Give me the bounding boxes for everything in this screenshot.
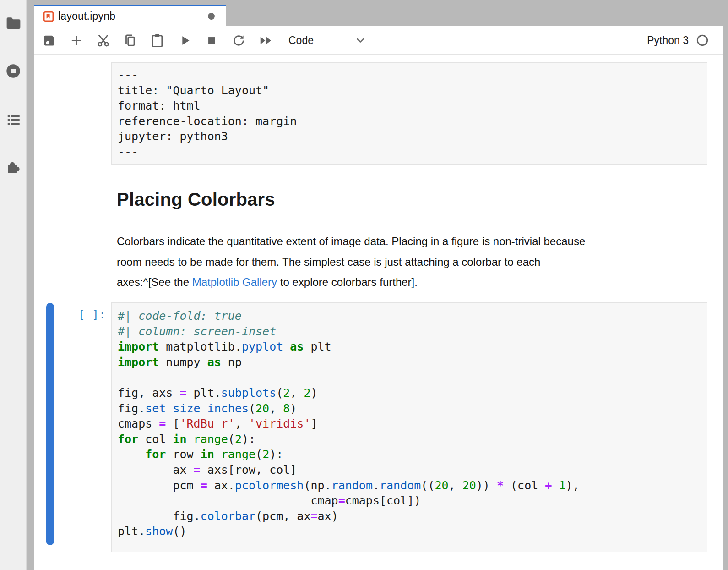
play-icon (179, 34, 191, 47)
main-panel: layout.ipynb (34, 0, 723, 570)
puzzle-icon (5, 159, 22, 175)
raw-cell[interactable]: ---title: "Quarto Layout"format: htmlref… (111, 62, 707, 165)
list-icon (6, 114, 21, 126)
kernel-status-icon[interactable] (696, 34, 709, 47)
raw-cell-content: ---title: "Quarto Layout"format: htmlref… (118, 67, 701, 160)
cell-input-prompt: [ ]: (34, 308, 106, 321)
folder-icon (6, 17, 21, 29)
paragraph-line: axes:^[See the Matplotlib Gallery to exp… (117, 272, 585, 293)
sidebar-item-file-browser[interactable] (0, 9, 27, 37)
sidebar-item-extensions[interactable] (0, 153, 27, 181)
copy-icon (123, 33, 137, 47)
chevron-down-icon (354, 34, 366, 46)
cell-type-value: Code (288, 34, 314, 47)
restart-run-all-button[interactable] (255, 31, 276, 50)
code-cell-editor[interactable]: #| code-fold: true#| column: screen-inse… (111, 302, 707, 552)
fast-forward-icon (259, 34, 273, 47)
insert-cell-button[interactable] (66, 31, 86, 50)
cut-cells-button[interactable] (93, 31, 113, 50)
notebook-content: ---title: "Quarto Layout"format: htmlref… (34, 55, 723, 570)
notebook-icon (43, 11, 54, 22)
tab-bar: layout.ipynb (34, 0, 723, 26)
interrupt-kernel-button[interactable] (201, 31, 222, 50)
sidebar-item-table-of-contents[interactable] (0, 106, 27, 134)
paragraph-line: Colorbars indicate the quantitative exte… (117, 231, 585, 252)
jupyterlab-window: layout.ipynb (0, 0, 728, 570)
copy-cells-button[interactable] (120, 31, 140, 50)
save-icon (43, 34, 56, 47)
tab-title: layout.ipynb (58, 10, 115, 22)
notebook-toolbar: Code Python 3 (34, 26, 723, 55)
activity-sidebar (0, 0, 27, 570)
matplotlib-gallery-link[interactable]: Matplotlib Gallery (192, 276, 277, 288)
cell-type-dropdown[interactable]: Code (282, 31, 366, 50)
plus-icon (70, 34, 83, 47)
tab-layout-ipynb[interactable]: layout.ipynb (34, 5, 226, 26)
stop-circle-icon (5, 63, 21, 79)
stop-icon (206, 34, 218, 47)
kernel-name[interactable]: Python 3 (647, 34, 689, 47)
markdown-heading: Placing Colorbars (117, 188, 275, 210)
paste-cells-button[interactable] (147, 31, 167, 50)
code-cell-content: #| code-fold: true#| column: screen-inse… (118, 308, 701, 539)
scissors-icon (96, 33, 110, 48)
sidebar-item-running-kernels[interactable] (0, 57, 27, 85)
restart-icon (232, 34, 245, 47)
unsaved-changes-indicator[interactable] (208, 13, 215, 20)
active-cell-collapser[interactable] (46, 303, 54, 545)
markdown-paragraph: Colorbars indicate the quantitative exte… (117, 231, 585, 293)
kernel-area: Python 3 (647, 31, 709, 50)
save-button[interactable] (39, 31, 59, 50)
run-cell-button[interactable] (175, 31, 195, 50)
restart-kernel-button[interactable] (228, 31, 249, 50)
paragraph-line: room needs to be made for them. The simp… (117, 252, 585, 273)
paste-icon (151, 33, 164, 48)
